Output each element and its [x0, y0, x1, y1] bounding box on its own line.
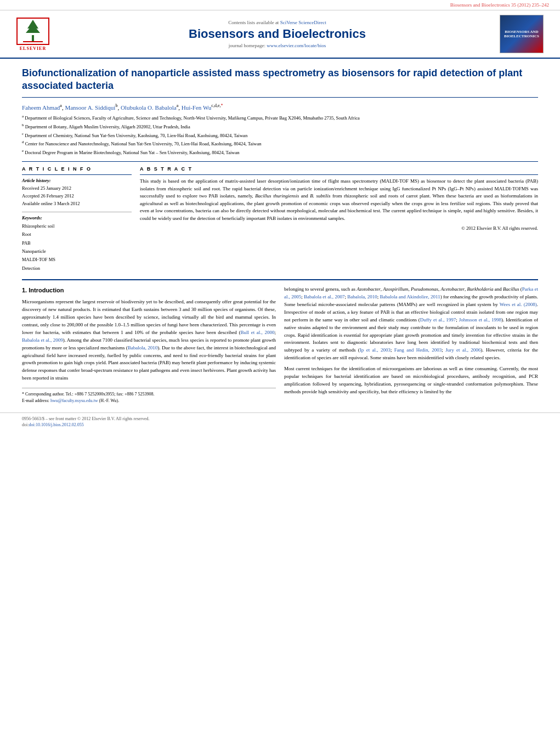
affil-cde: c,d,e,: [211, 103, 220, 108]
two-col-body: 1. Introduction Microorganisms represent…: [22, 286, 538, 404]
keyword-4: Nanoparticle: [22, 247, 132, 256]
email-link[interactable]: hwu@faculty.nsysu.edu.tw: [50, 398, 98, 403]
body-divider: [22, 279, 538, 280]
footnote-section: * Corresponding author. Tel.: +886 7 525…: [22, 388, 276, 404]
affil-a1: a: [60, 103, 62, 108]
article-info-col: A R T I C L E I N F O Article history: R…: [22, 166, 132, 273]
journal-title: Biosensors and Bioelectronics: [55, 27, 500, 41]
affiliation-d: d Center for Nanoscience and Nanotechnol…: [22, 139, 538, 148]
author-huifen: Hui-Fen Wu: [182, 104, 212, 110]
section1-heading: 1. Introduction: [22, 286, 276, 295]
body-col-left: 1. Introduction Microorganisms represent…: [22, 286, 276, 404]
journal-citation: Biosensors and Bioelectronics 35 (2012) …: [450, 2, 549, 8]
ref-babalola2009[interactable]: Babalola et al., 2009: [22, 337, 63, 343]
footnote-email: E-mail address: hwu@faculty.nsysu.edu.tw…: [22, 398, 276, 404]
footer-doi: doi:doi:10.1016/j.bios.2012.02.055: [22, 422, 538, 427]
page-wrapper: Biosensors and Bioelectronics 35 (2012) …: [0, 0, 560, 741]
author-mansoor: Mansoor A. Siddiqui: [65, 104, 115, 110]
affiliation-b: b Department of Botany, Aligarh Muslim U…: [22, 122, 538, 131]
keyword-3: PAB: [22, 239, 132, 247]
affiliation-c: c Department of Chemistry, National Sun …: [22, 131, 538, 139]
ref-fang2003[interactable]: Fang and Hedin, 2003: [394, 347, 442, 353]
keywords-list: Rhizospheric soil Root PAB Nanoparticle …: [22, 222, 132, 273]
keyword-6: Detection: [22, 264, 132, 273]
ref-bull2000[interactable]: Bull et al., 2000: [240, 330, 274, 335]
keywords-label: Keywords:: [22, 215, 132, 220]
elsevier-logo: ELSEVIER: [11, 18, 55, 51]
body-para-1: Microorganisms represent the largest res…: [22, 298, 276, 382]
author-olubukola: Olubukola O. Babalola: [121, 104, 177, 110]
footnote-corresponding: * Corresponding author. Tel.: +886 7 525…: [22, 391, 276, 398]
footer-issn: 0956-5663/$ – see front matter © 2012 El…: [22, 416, 538, 421]
history-label: Article history:: [22, 178, 132, 183]
ref-johnsson1998[interactable]: Johnsson et al., 1998: [459, 317, 501, 323]
keyword-5: MALDI-TOF MS: [22, 256, 132, 264]
affil-a2: a: [177, 103, 179, 108]
elsevier-wordmark: ELSEVIER: [20, 46, 46, 51]
sciverse-link[interactable]: SciVerse ScienceDirect: [280, 20, 326, 25]
ref-babalola2010a[interactable]: Babalola, 2010: [128, 345, 158, 350]
body-para-3: Most current techniques for the identifi…: [284, 365, 538, 396]
article-title: Biofunctionalization of nanoparticle ass…: [22, 67, 538, 98]
keyword-1: Rhizospheric soil: [22, 222, 132, 230]
ref-babalola2011[interactable]: Babalola and Akindolire, 2011: [380, 294, 440, 299]
author-faheem: Faheem Ahmad: [22, 104, 60, 110]
ref-duffy1997[interactable]: Duffy et al., 1997: [420, 317, 456, 323]
ref-wees2008[interactable]: Wees et al. (2008): [500, 302, 537, 307]
keywords-section: Keywords: Rhizospheric soil Root PAB Nan…: [22, 212, 132, 273]
received-date: Received 25 January 2012: [22, 185, 132, 193]
journal-cover-area: BIOSENSORS AND BIOELECTRONICS: [500, 15, 549, 53]
accepted-date: Accepted 26 February 2012: [22, 193, 132, 200]
affiliation-e: e Doctoral Degree Program in Marine Biot…: [22, 148, 538, 156]
corresponding-mark: *: [220, 103, 223, 108]
article-content: Biofunctionalization of nanoparticle ass…: [0, 59, 560, 412]
journal-header: ELSEVIER Contents lists available at Sci…: [0, 10, 560, 59]
article-info-label: A R T I C L E I N F O: [22, 166, 132, 172]
journal-cover-text: BIOSENSORS AND BIOELECTRONICS: [500, 28, 543, 40]
journal-citation-bar: Biosensors and Bioelectronics 35 (2012) …: [0, 0, 560, 10]
journal-cover-image: BIOSENSORS AND BIOELECTRONICS: [500, 15, 544, 53]
affiliations: a Department of Biological Sciences, Fac…: [22, 114, 538, 156]
body-para-2: belonging to several genera, such as Azo…: [284, 286, 538, 362]
abstract-divider: [140, 174, 538, 175]
elsevier-tree-icon: [18, 19, 48, 44]
available-date: Available online 3 March 2012: [22, 200, 132, 208]
info-dates: Received 25 January 2012 Accepted 26 Feb…: [22, 185, 132, 207]
journal-homepage: journal homepage: www.elsevier.com/locat…: [55, 43, 500, 48]
journal-title-area: Contents lists available at SciVerse Sci…: [55, 20, 500, 48]
homepage-link[interactable]: www.elsevier.com/locate/bios: [267, 43, 326, 48]
sciverse-line: Contents lists available at SciVerse Sci…: [55, 20, 500, 25]
abstract-label: A B S T R A C T: [140, 166, 538, 172]
doi-link[interactable]: doi:10.1016/j.bios.2012.02.055: [29, 422, 83, 427]
keyword-2: Root: [22, 230, 132, 239]
affil-b1: b: [115, 103, 117, 108]
copyright-line: © 2012 Elsevier B.V. All rights reserved…: [140, 225, 538, 231]
ref-babalola2007[interactable]: Babalola et al., 2007: [304, 294, 344, 299]
article-info-abstract-row: A R T I C L E I N F O Article history: R…: [22, 161, 538, 273]
elsevier-logo-area: ELSEVIER: [11, 18, 55, 51]
abstract-col: A B S T R A C T This study is based on t…: [140, 166, 538, 273]
body-col-right: belonging to several genera, such as Azo…: [284, 286, 538, 404]
ref-babalola2010b[interactable]: Babalola, 2010: [347, 294, 377, 299]
page-footer: 0956-5663/$ – see front matter © 2012 El…: [0, 412, 560, 432]
authors-line: Faheem Ahmada, Mansoor A. Siddiquib, Olu…: [22, 103, 538, 111]
affiliation-a: a Department of Biological Sciences, Fac…: [22, 114, 538, 122]
ref-jury2006[interactable]: Jury et al., 2006: [445, 347, 480, 353]
svg-rect-1: [32, 35, 34, 42]
ref-ip2003[interactable]: Ip et al., 2003: [360, 347, 391, 353]
elsevier-logo-box: [16, 18, 49, 45]
abstract-text: This study is based on the application o…: [140, 178, 538, 222]
info-divider: [22, 174, 132, 175]
